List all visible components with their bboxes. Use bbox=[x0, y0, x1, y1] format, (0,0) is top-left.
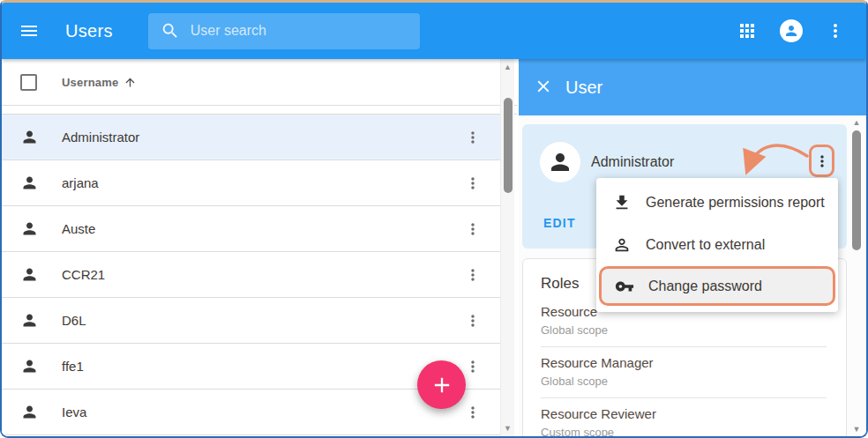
scroll-down-arrow[interactable]: ▼ bbox=[501, 422, 514, 434]
menu-item-label: Generate permissions report bbox=[646, 195, 825, 211]
table-row[interactable]: CCR21 bbox=[2, 252, 501, 298]
role-name: Resource Manager bbox=[541, 354, 827, 372]
row-more-vert-icon[interactable] bbox=[464, 404, 482, 421]
username-label: arjana bbox=[62, 175, 99, 190]
user-search-box[interactable] bbox=[148, 13, 420, 49]
table-row[interactable]: Administrator bbox=[2, 115, 501, 160]
scroll-up-arrow[interactable]: ▲ bbox=[849, 116, 864, 129]
close-icon[interactable] bbox=[534, 77, 555, 98]
row-more-vert-icon[interactable] bbox=[464, 174, 482, 192]
person-icon bbox=[20, 311, 39, 330]
role-name: Resource Reviewer bbox=[541, 405, 827, 423]
user-card-more-vert-button[interactable] bbox=[809, 145, 834, 177]
table-spacer bbox=[2, 106, 517, 115]
apps-grid-icon[interactable] bbox=[736, 19, 759, 42]
user-detail-panel: User Administrator EDIT Roles Resourc bbox=[519, 59, 866, 436]
person-icon bbox=[20, 174, 39, 192]
scrollbar-thumb[interactable] bbox=[852, 130, 861, 250]
add-icon bbox=[430, 373, 454, 397]
key-icon bbox=[615, 277, 634, 296]
username-label: Auste bbox=[62, 221, 95, 236]
more-vert-icon bbox=[813, 152, 831, 170]
context-menu-item[interactable]: Change password bbox=[599, 266, 835, 306]
person-icon bbox=[547, 149, 573, 175]
username-label: CCR21 bbox=[62, 267, 105, 282]
search-icon bbox=[161, 21, 180, 41]
row-more-vert-icon[interactable] bbox=[464, 266, 482, 284]
right-scrollbar[interactable]: ▲ ▼ bbox=[849, 115, 864, 436]
left-scrollbar[interactable]: ▲ ▼ bbox=[500, 59, 514, 436]
username-label: D6L bbox=[62, 313, 86, 328]
account-circle-icon[interactable] bbox=[780, 19, 803, 42]
detail-panel-title: User bbox=[565, 78, 602, 98]
users-admin-window: Users Username bbox=[0, 0, 868, 438]
table-header: Username bbox=[2, 59, 517, 106]
person-outline-icon bbox=[612, 235, 632, 255]
scrollbar-thumb[interactable] bbox=[504, 98, 513, 193]
column-header-username[interactable]: Username bbox=[62, 76, 118, 89]
username-label: Ieva bbox=[62, 405, 86, 419]
hamburger-menu-icon[interactable] bbox=[18, 19, 41, 42]
menu-item-label: Change password bbox=[648, 278, 762, 294]
menu-item-label: Convert to external bbox=[646, 237, 765, 253]
context-menu-item[interactable]: Generate permissions report bbox=[596, 182, 838, 224]
roles-list: Resource Global scope Resource Manager G… bbox=[541, 296, 827, 436]
row-more-vert-icon[interactable] bbox=[464, 358, 482, 375]
app-bar: Users bbox=[2, 3, 866, 59]
page-title: Users bbox=[65, 21, 113, 41]
detail-panel-header: User bbox=[519, 59, 866, 115]
scroll-down-arrow[interactable]: ▼ bbox=[849, 423, 864, 435]
person-icon bbox=[20, 357, 39, 375]
role-list-item: Resource Manager Global scope bbox=[541, 346, 827, 397]
role-scope: Global scope bbox=[541, 323, 827, 338]
username-label: Administrator bbox=[62, 130, 139, 145]
select-all-checkbox[interactable] bbox=[20, 74, 37, 91]
table-row[interactable]: Auste bbox=[2, 206, 501, 252]
table-row[interactable]: arjana bbox=[2, 160, 501, 206]
search-input[interactable] bbox=[191, 23, 393, 39]
user-name: Administrator bbox=[591, 154, 674, 170]
add-user-button[interactable] bbox=[417, 360, 466, 409]
avatar bbox=[540, 142, 580, 182]
download-icon bbox=[612, 193, 632, 212]
row-more-vert-icon[interactable] bbox=[464, 129, 482, 146]
row-more-vert-icon[interactable] bbox=[464, 220, 482, 238]
role-scope: Custom scope bbox=[541, 425, 827, 436]
row-more-vert-icon[interactable] bbox=[464, 312, 482, 330]
username-label: ffe1 bbox=[62, 359, 84, 374]
person-icon bbox=[20, 265, 39, 284]
role-scope: Global scope bbox=[541, 374, 827, 390]
detail-panel-content: Administrator EDIT Roles Resource Global… bbox=[519, 115, 866, 436]
users-table-panel: Username Administrator arjana bbox=[2, 59, 517, 436]
person-icon bbox=[20, 128, 39, 146]
context-menu-item[interactable]: Convert to external bbox=[596, 224, 838, 266]
edit-button[interactable]: EDIT bbox=[543, 216, 576, 230]
table-row[interactable]: D6L bbox=[2, 298, 501, 344]
person-icon bbox=[20, 219, 39, 238]
scroll-up-arrow[interactable]: ▲ bbox=[501, 61, 514, 73]
person-icon bbox=[20, 403, 39, 421]
user-context-menu: Generate permissions report Convert to e… bbox=[596, 178, 838, 312]
role-list-item: Resource Reviewer Custom scope bbox=[541, 397, 827, 436]
arrow-up-icon[interactable] bbox=[123, 76, 137, 89]
more-vert-icon[interactable] bbox=[824, 19, 847, 42]
